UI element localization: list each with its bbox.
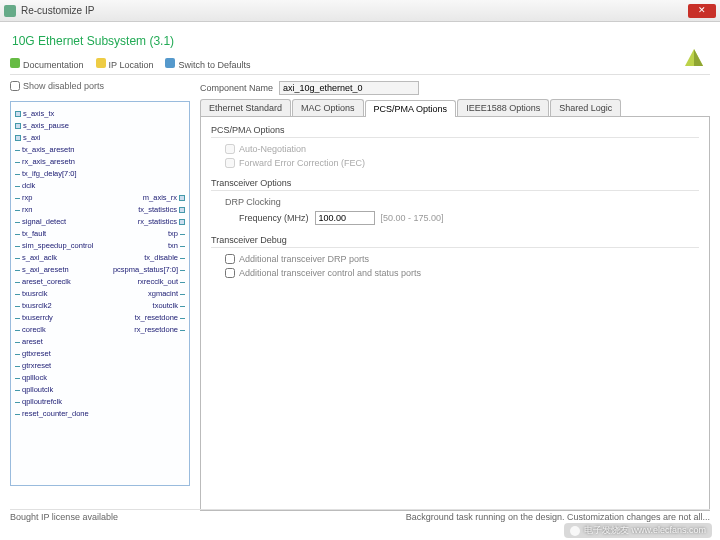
status-bar: Bought IP license available Background t…: [10, 509, 710, 522]
port-row: areset: [15, 336, 185, 348]
port-row: tx_ifg_delay[7:0]: [15, 168, 185, 180]
port-row: qplloutrefclk: [15, 396, 185, 408]
window-titlebar: Re-customize IP ✕: [0, 0, 720, 22]
tab-shared-logic[interactable]: Shared Logic: [550, 99, 621, 116]
tab-bar: Ethernet Standard MAC Options PCS/PMA Op…: [200, 99, 710, 117]
pcs-pma-section-title: PCS/PMA Options: [211, 125, 699, 138]
port-row: rx_axis_aresetn: [15, 156, 185, 168]
port-row: reset_counter_done: [15, 408, 185, 420]
port-row: tx_faulttxp: [15, 228, 185, 240]
tab-content: PCS/PMA Options Auto-Negotiation Forward…: [200, 117, 710, 511]
port-row: tx_axis_aresetn: [15, 144, 185, 156]
port-row: txusrclkxgmacint: [15, 288, 185, 300]
drp-clocking-label: DRP Clocking: [225, 197, 699, 207]
close-button[interactable]: ✕: [688, 4, 716, 18]
component-name-input[interactable]: [279, 81, 419, 95]
auto-negotiation-checkbox[interactable]: Auto-Negotiation: [225, 144, 699, 154]
switch-defaults-link[interactable]: Switch to Defaults: [165, 58, 250, 70]
tab-ethernet-standard[interactable]: Ethernet Standard: [200, 99, 291, 116]
port-row: s_axi: [15, 132, 185, 144]
toolbar: Documentation IP Location Switch to Defa…: [10, 58, 710, 75]
port-row: qplllock: [15, 372, 185, 384]
tab-ieee1588-options[interactable]: IEEE1588 Options: [457, 99, 549, 116]
additional-ctrl-status-ports-checkbox[interactable]: Additional transceiver control and statu…: [225, 268, 699, 278]
block-diagram: s_axis_txs_axis_pauses_axitx_axis_areset…: [10, 101, 190, 486]
window-title: Re-customize IP: [21, 5, 94, 16]
ip-title: 10G Ethernet Subsystem (3.1): [12, 34, 710, 48]
vendor-logo-icon: [682, 46, 706, 70]
transceiver-options-title: Transceiver Options: [211, 178, 699, 191]
port-row: gttxreset: [15, 348, 185, 360]
tab-mac-options[interactable]: MAC Options: [292, 99, 364, 116]
background-task-status: Background task running on the design. C…: [406, 512, 710, 522]
tab-pcs-pma-options[interactable]: PCS/PMA Options: [365, 100, 457, 117]
show-disabled-ports-checkbox[interactable]: Show disabled ports: [10, 81, 190, 91]
app-icon: [4, 5, 16, 17]
frequency-label: Frequency (MHz): [239, 213, 309, 223]
frequency-range-hint: [50.00 - 175.00]: [381, 213, 444, 223]
license-status: Bought IP license available: [10, 512, 118, 522]
port-row: areset_coreclkrxrecclk_out: [15, 276, 185, 288]
port-row: rxpm_axis_rx: [15, 192, 185, 204]
ip-location-link[interactable]: IP Location: [96, 58, 154, 70]
additional-drp-ports-checkbox[interactable]: Additional transceiver DRP ports: [225, 254, 699, 264]
port-row: s_axis_pause: [15, 120, 185, 132]
transceiver-debug-title: Transceiver Debug: [211, 235, 699, 248]
port-row: txusrclk2txoutclk: [15, 300, 185, 312]
port-row: s_axi_aresetnpcspma_status[7:0]: [15, 264, 185, 276]
port-row: dclk: [15, 180, 185, 192]
port-row: signal_detectrx_statistics: [15, 216, 185, 228]
port-row: gtrxreset: [15, 360, 185, 372]
frequency-input[interactable]: [315, 211, 375, 225]
port-row: qplloutclk: [15, 384, 185, 396]
port-row: s_axis_tx: [15, 108, 185, 120]
port-row: s_axi_aclktx_disable: [15, 252, 185, 264]
port-row: rxntx_statistics: [15, 204, 185, 216]
port-row: coreclkrx_resetdone: [15, 324, 185, 336]
port-row: sim_speedup_controltxn: [15, 240, 185, 252]
component-name-label: Component Name: [200, 83, 273, 93]
documentation-link[interactable]: Documentation: [10, 58, 84, 70]
port-row: txuserrdytx_resetdone: [15, 312, 185, 324]
fec-checkbox[interactable]: Forward Error Correction (FEC): [225, 158, 699, 168]
